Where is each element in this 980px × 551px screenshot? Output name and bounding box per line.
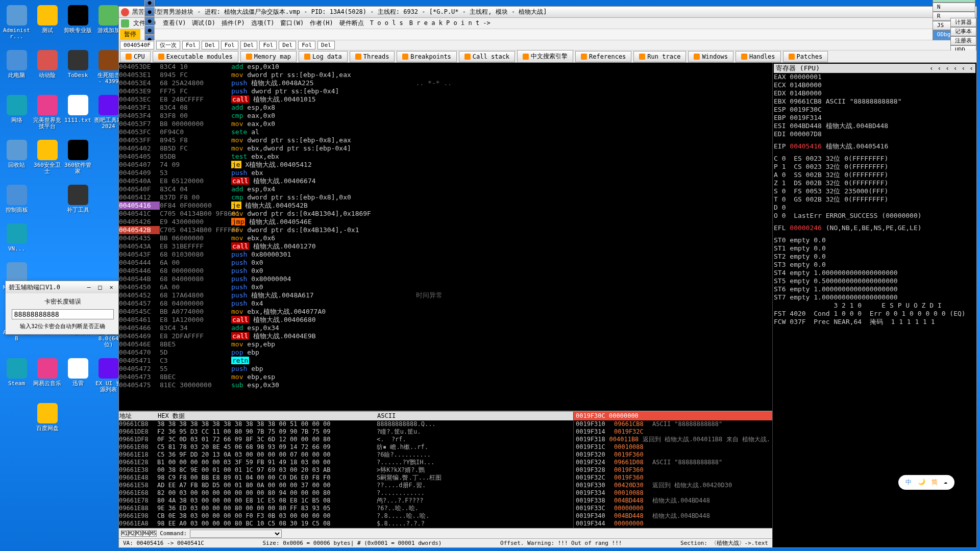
disasm-row[interactable]: 004053E18945 FCmov dword ptr ss:[ebp-0x4… <box>119 71 772 79</box>
desktop-icon[interactable]: 1111.txt <box>64 95 92 130</box>
stack-row[interactable]: 0019F3200019F360 <box>574 451 772 459</box>
disassembly-panel[interactable]: 004053DE83C4 10add esp,0x10004053E18945 … <box>119 63 772 411</box>
disasm-row[interactable]: 0040540953push ebx <box>119 169 772 177</box>
disasm-row[interactable]: 0040545CBB A0774000mov ebx,植物大战.004077A0 <box>119 308 772 316</box>
view-tab[interactable]: Threads <box>350 51 395 62</box>
fpu-line[interactable]: ST4 empty 1.0000000000000000000 <box>774 269 975 277</box>
disasm-row[interactable]: 004054446A 00push 0x0 <box>119 259 772 267</box>
desktop-icon[interactable]: 完美世界竞技平台 <box>33 95 61 130</box>
desktop-icon[interactable]: 控制面板 <box>3 185 31 213</box>
disasm-row[interactable]: 0040540AE8 65120000call 植物大战.00406674 <box>119 177 772 185</box>
register-line[interactable]: EBX 09661CB8 ASCII "88888888888" <box>774 97 975 106</box>
nav-arrows[interactable]: ‹ ‹ ‹ ‹ ‹ ‹ <box>929 64 973 72</box>
flag-line[interactable]: A 0 SS 002B 32位 0(FFFFFFFF) <box>774 171 975 179</box>
toolbar-button[interactable]: ● <box>144 26 155 35</box>
disasm-row[interactable]: 004053FF8945 F8mov dword ptr ss:[ebp-0x8… <box>119 136 772 144</box>
disasm-row[interactable]: 00405412837D F8 00cmp dword ptr ss:[ebp-… <box>119 193 772 202</box>
view-tab[interactable]: Memory map <box>240 51 297 62</box>
disasm-row[interactable]: 004053F7B8 00000000mov eax,0x0 <box>119 120 772 128</box>
disasm-row[interactable]: 00405471C3retn <box>119 357 772 365</box>
view-tab[interactable]: Breakpoints <box>397 51 456 62</box>
desktop-icon[interactable]: Administr... <box>3 5 31 40</box>
stack-panel[interactable]: 0019F30C 00000000 0019F31009661CB8ASCII … <box>573 412 772 528</box>
desktop-icon[interactable]: ToDesk <box>64 50 92 85</box>
flag-line[interactable]: O 0 LastErr ERROR_SUCCESS (00000000) <box>774 212 975 220</box>
register-line[interactable]: EAX 00000001 <box>774 73 975 81</box>
desktop-icon[interactable]: 百度网盘 <box>33 403 61 432</box>
view-tab[interactable]: Windows <box>688 51 733 62</box>
ime-cloud-icon[interactable]: ☁ <box>944 478 947 487</box>
tool-button[interactable]: 记事本 <box>950 27 976 36</box>
view-tab[interactable]: Log data <box>299 51 348 62</box>
fpu-line[interactable]: ST7 empty 1.0000000000000000000 <box>774 293 975 302</box>
register-line[interactable]: EDX 014B0000 <box>774 89 975 97</box>
desktop-icon[interactable]: 动动险 <box>33 50 61 85</box>
fpu-line[interactable]: FCW 037F Prec NEAR,64 掩码 1 1 1 1 1 1 <box>774 318 975 326</box>
desktop-icon[interactable]: 网易云音乐 <box>33 358 61 393</box>
register-line[interactable]: ECX 014B0000 <box>774 81 975 89</box>
disasm-row[interactable]: 004054028B5D FCmov ebx,dword ptr ss:[ebp… <box>119 144 772 153</box>
tool-button[interactable]: 注册表 <box>950 36 976 45</box>
ime-jian-icon[interactable]: 简 <box>932 478 938 487</box>
hex-row[interactable]: 09661E98CB 0E 38 03 00 00 00 00 F0 F3 0B… <box>119 512 573 520</box>
disasm-row[interactable]: 0040546683C4 34add esp,0x34 <box>119 324 772 332</box>
hex-row[interactable]: 09661E58AD EE A7 FB 8D D5 00 01 80 0A 00… <box>119 482 573 489</box>
hex-row[interactable]: 09661E4898 C9 F8 00 BB E8 89 01 04 00 00… <box>119 474 573 482</box>
addr-tab[interactable]: Del <box>279 41 296 49</box>
disasm-row[interactable]: 004053E9FF75 FCpush dword ptr ss:[ebp-0x… <box>119 87 772 95</box>
maximize-icon[interactable]: □ <box>95 284 105 291</box>
plugin-tab[interactable]: N <box>933 3 975 12</box>
titlebar[interactable]: 黑苦麟琛型胃男游娃块 - 进程: 植物大战僵尸杂交版本.vmp - PID: 1… <box>119 7 976 18</box>
menu-item[interactable]: 插件(P) <box>218 18 248 28</box>
fpu-line[interactable]: ST0 empty 0.0 <box>774 236 975 244</box>
register-line[interactable]: EBP 0019F314 <box>774 114 975 122</box>
disasm-row[interactable]: 004053E468 25A24800push 植物大战.0048A225.. … <box>119 79 772 87</box>
minimize-icon[interactable]: — <box>84 284 94 291</box>
stack-row[interactable]: 0019F32C0019F360 <box>574 474 772 482</box>
tool-button[interactable]: 计算器 <box>950 18 976 27</box>
addr-tab[interactable]: Fol <box>221 41 238 49</box>
view-tab[interactable]: Executable modules <box>153 51 238 62</box>
hex-row[interactable]: 09661E6882 00 03 00 00 00 00 00 00 00 80… <box>119 489 573 497</box>
hex-row[interactable]: 09661EA898 EE A0 03 00 00 00 80 BC 10 C5… <box>119 520 573 528</box>
disasm-row[interactable]: 00405426E9 43000000jmp 植物大战.0040546E <box>119 218 772 226</box>
close-icon[interactable]: ✕ <box>106 284 116 291</box>
hex-row[interactable]: 09661E3800 38 8C 9E 00 01 00 01 1C 97 69… <box>119 466 573 474</box>
desktop-icon[interactable]: 测试 <box>33 5 61 40</box>
menu-item[interactable]: 作者(H) <box>307 18 336 28</box>
disasm-row[interactable]: 00405461E8 1A120000call 植物大战.00406680 <box>119 316 772 324</box>
disasm-row[interactable]: 0040545268 17A64800push 植物大战.0048A617时间异… <box>119 291 772 299</box>
stack-row[interactable]: 0019F3280019F360 <box>574 466 772 474</box>
hex-row[interactable]: 09661E889E 36 ED 03 00 00 00 80 00 00 00… <box>119 505 573 512</box>
disasm-row[interactable]: 0040540F83C4 04add esp,0x4 <box>119 185 772 193</box>
view-tab[interactable]: Call stack <box>459 51 515 62</box>
hex-row[interactable]: 09661E18C5 36 9F DD 20 13 0A 03 00 00 00… <box>119 451 573 459</box>
fpu-line[interactable]: ST6 empty 1.0000000000000000000 <box>774 285 975 293</box>
disasm-row[interactable]: 004053FC0F94C0sete al <box>119 128 772 136</box>
stack-row[interactable]: 0019F340004BD448植物大战.004BD448 <box>574 512 772 520</box>
flag-line[interactable]: T 0 GS 002B 32位 0(FFFFFFFF) <box>774 195 975 204</box>
toolbar-button[interactable]: ● <box>144 0 155 7</box>
stack-row[interactable]: 0019F31C00010088 <box>574 443 772 451</box>
menu-item[interactable]: T o o l s <box>367 18 406 28</box>
disasm-row[interactable]: 004053ECE8 24BCFFFFcall 植物大战.00401015 <box>119 95 772 104</box>
register-line[interactable]: ESP 0019F30C <box>774 106 975 114</box>
disasm-row[interactable]: 004053DE83C4 10add esp,0x10 <box>119 63 772 71</box>
hex-row[interactable]: 09661E08C5 81 78 03 20 8E 45 06 68 98 93… <box>119 443 573 451</box>
stack-row[interactable]: 0019F33000420D30返回到 植物大战.00420D30 <box>574 482 772 489</box>
disasm-row[interactable]: 0040543AE8 31BEFFFFcall 植物大战.00401270 <box>119 242 772 251</box>
stack-row[interactable]: 0019F3140019F32C <box>574 428 772 436</box>
toolbar-button[interactable]: ● <box>144 16 155 26</box>
disasm-row[interactable]: 00405469E8 2DFAFFFFcall 植物大战.00404E9B <box>119 332 772 340</box>
m-button[interactable]: M1 <box>121 530 128 537</box>
view-tab[interactable]: 中文搜索引擎 <box>517 50 573 63</box>
hex-row[interactable]: 09661CB838 38 38 38 38 38 38 38 38 38 38… <box>119 420 573 428</box>
disasm-row[interactable]: 004054160F84 0F000000je 植物大战.0040542B <box>119 202 772 210</box>
fpu-line[interactable]: FST 4020 Cond 1 0 0 0 Err 0 0 1 0 0 0 0 … <box>774 310 975 318</box>
desktop-icon[interactable]: 360软件管家 <box>64 140 92 174</box>
hex-row[interactable]: 09661E28B1 00 00 00 00 00 03 3F 59 FB 91… <box>119 459 573 466</box>
hex-row[interactable]: 09661DF80F 3C 0D 03 01 72 66 09 8F 3C 6D… <box>119 436 573 443</box>
menu-item[interactable]: 调试(D) <box>189 18 218 28</box>
hex-dump-panel[interactable]: 地址 HEX 数据 ASCII 09661CB838 38 38 38 38 3… <box>119 412 573 528</box>
card-key-input[interactable] <box>12 309 114 319</box>
